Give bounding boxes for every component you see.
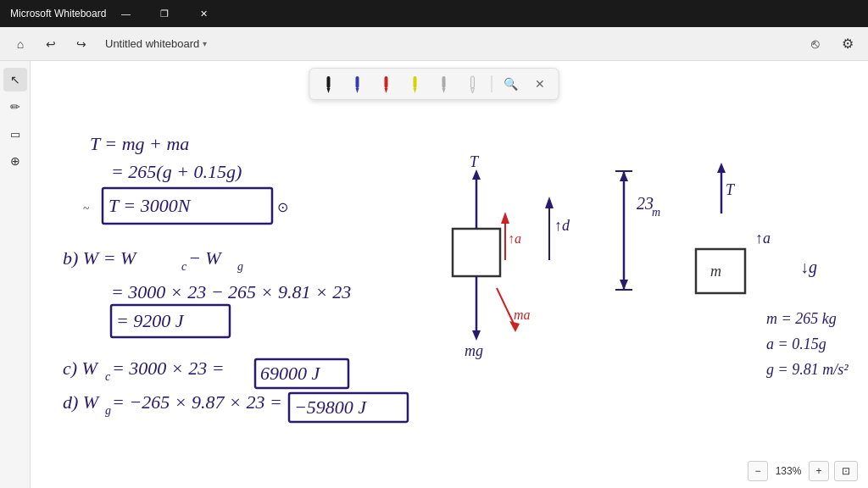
svg-text:69000 J: 69000 J: [260, 363, 321, 384]
svg-marker-46: [472, 330, 481, 341]
svg-text:− W: − W: [188, 247, 222, 269]
svg-marker-40: [501, 212, 509, 224]
close-button[interactable]: ✕: [184, 0, 223, 27]
svg-text:= 9200 J: = 9200 J: [116, 310, 185, 331]
svg-text:m: m: [652, 206, 660, 219]
svg-text:c: c: [105, 370, 111, 383]
svg-text:g: g: [237, 260, 243, 273]
svg-text:↑a: ↑a: [755, 230, 771, 247]
minimize-button[interactable]: —: [106, 0, 145, 27]
settings-button[interactable]: ⚙: [834, 30, 861, 58]
svg-text:~: ~: [83, 202, 89, 214]
svg-marker-49: [509, 321, 520, 332]
redo-icon: ↪: [76, 37, 86, 51]
settings-icon: ⚙: [842, 36, 854, 52]
svg-text:m: m: [710, 263, 721, 280]
left-tools-panel: ↖ ✏ ▭ ⊕: [0, 61, 31, 488]
svg-text:b)  W = W: b) W = W: [63, 247, 137, 269]
home-icon: ⌂: [17, 37, 24, 51]
select-icon: ↖: [10, 73, 20, 86]
zoom-out-button[interactable]: −: [748, 461, 768, 481]
eraser-icon: ▭: [10, 128, 20, 141]
title-dropdown-arrow: ▾: [203, 39, 207, 48]
fit-screen-button[interactable]: ⊡: [834, 461, 858, 481]
shapes-tool[interactable]: ⊕: [3, 149, 27, 173]
share-icon: ⎋: [811, 36, 820, 52]
svg-marker-54: [620, 171, 628, 181]
whiteboard-title: Untitled whiteboard: [105, 37, 199, 50]
svg-text:T = 3000N: T = 3000N: [108, 195, 192, 216]
titlebar-controls: — ❐ ✕: [106, 0, 223, 27]
svg-marker-43: [545, 197, 554, 208]
app-title: Microsoft Whiteboard: [10, 8, 106, 19]
svg-text:T = mg + ma: T = mg + ma: [90, 133, 189, 154]
undo-button[interactable]: ↩: [37, 30, 64, 58]
whiteboard-svg: T = mg + ma = 265(g + 0.15g) ~ T = 3000N…: [31, 61, 868, 488]
svg-text:a = 0.15g: a = 0.15g: [766, 336, 826, 352]
titlebar: Microsoft Whiteboard — ❐ ✕: [0, 0, 868, 27]
shapes-icon: ⊕: [10, 154, 20, 168]
svg-text:= 3000 × 23 =: = 3000 × 23 =: [112, 358, 225, 379]
zoom-out-icon: −: [754, 465, 760, 477]
svg-text:↓g: ↓g: [800, 258, 817, 277]
select-tool[interactable]: ↖: [3, 68, 27, 92]
svg-text:↑a: ↑a: [508, 231, 521, 246]
svg-text:↑d: ↑d: [554, 217, 570, 234]
whiteboard-title-area[interactable]: Untitled whiteboard ▾: [105, 37, 207, 50]
svg-text:T: T: [470, 153, 480, 170]
canvas-area[interactable]: ↖ ✏ ▭ ⊕ 🔍 ✕: [0, 61, 868, 488]
pen-tool[interactable]: ✏: [3, 95, 27, 119]
home-button[interactable]: ⌂: [7, 30, 34, 58]
svg-rect-35: [453, 229, 500, 276]
restore-button[interactable]: ❐: [145, 0, 184, 27]
svg-text:m = 265 kg: m = 265 kg: [766, 310, 837, 327]
toolbar-right: ⎋ ⚙: [802, 30, 861, 58]
whiteboard-content[interactable]: T = mg + ma = 265(g + 0.15g) ~ T = 3000N…: [31, 61, 868, 488]
svg-text:23: 23: [637, 194, 654, 213]
svg-text:g = 9.81 m/s²: g = 9.81 m/s²: [766, 361, 849, 378]
svg-text:= −265 × 9.87 × 23 =: = −265 × 9.87 × 23 =: [112, 391, 282, 413]
zoom-controls: − 133% + ⊡: [748, 461, 858, 481]
undo-icon: ↩: [46, 37, 56, 51]
main-toolbar: ⌂ ↩ ↪ Untitled whiteboard ▾ ⎋ ⚙: [0, 27, 868, 61]
svg-text:mg: mg: [465, 342, 483, 359]
svg-marker-55: [620, 280, 628, 290]
fit-icon: ⊡: [842, 465, 850, 477]
svg-text:= 265(g + 0.15g): = 265(g + 0.15g): [111, 161, 242, 182]
redo-button[interactable]: ↪: [68, 30, 95, 58]
svg-text:d)  W: d) W: [63, 391, 100, 413]
svg-text:−59800 J: −59800 J: [294, 396, 367, 418]
pen-icon: ✏: [10, 100, 20, 114]
svg-marker-59: [717, 163, 726, 173]
svg-line-48: [497, 288, 514, 324]
svg-text:T: T: [726, 181, 736, 198]
zoom-level: 133%: [773, 465, 804, 477]
svg-marker-37: [472, 169, 481, 180]
svg-text:g: g: [105, 404, 111, 417]
zoom-in-icon: +: [815, 465, 821, 477]
share-button[interactable]: ⎋: [802, 30, 829, 58]
svg-text:⊙: ⊙: [277, 200, 288, 214]
svg-text:c)  W: c) W: [63, 358, 99, 379]
svg-text:= 3000 × 23 − 265 × 9.81 × 23: = 3000 × 23 − 265 × 9.81 × 23: [111, 281, 351, 302]
eraser-tool[interactable]: ▭: [3, 122, 27, 146]
zoom-in-button[interactable]: +: [809, 461, 829, 481]
svg-text:c: c: [181, 260, 187, 273]
svg-text:ma: ma: [514, 308, 531, 322]
